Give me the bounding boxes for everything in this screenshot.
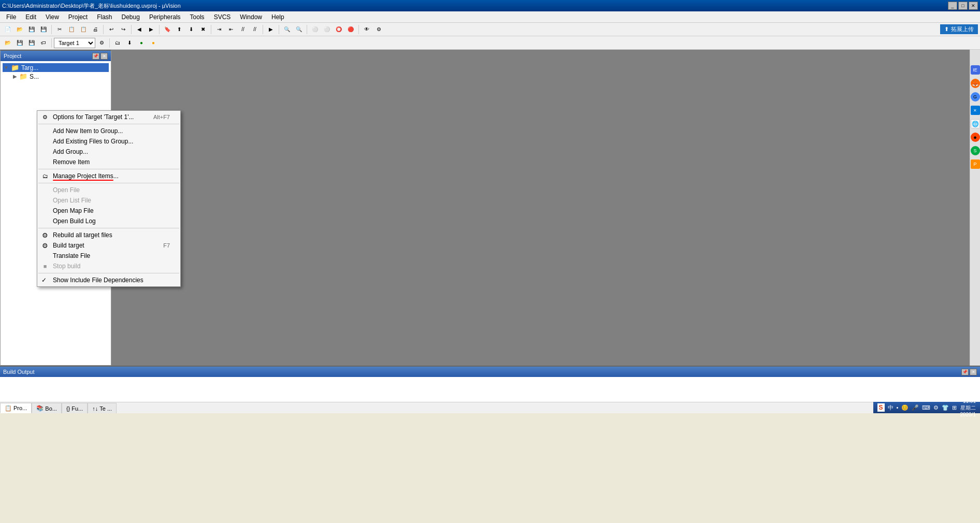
right-icon-2[interactable]: 🦊 [971, 79, 980, 88]
undo-btn[interactable]: ↩ [106, 24, 117, 35]
menu-debug[interactable]: Debug [118, 12, 144, 22]
circle-btn3[interactable]: ⭕ [333, 24, 344, 35]
tab-books[interactable]: 📚 Bo... [32, 403, 62, 413]
right-icon-3[interactable]: G [971, 92, 980, 101]
settings-btn[interactable]: ⚙ [373, 24, 384, 35]
ctx-add-existing[interactable]: Add Existing Files to Group... [37, 136, 180, 147]
build-output-close[interactable]: ✕ [970, 369, 977, 375]
panel-pin-btn[interactable]: 📌 [92, 53, 99, 60]
tray-mic-icon: 🎤 [912, 404, 919, 411]
tb2-orange-btn[interactable]: ● [148, 37, 159, 49]
new-file-btn[interactable]: 📄 [2, 24, 13, 35]
system-tray: S 中 • 😊 🎤 ⌨ ⚙ 👕 ⊞ 11:51 星期二2020/1 [873, 402, 980, 413]
bottom-section: Build Output 📌 ✕ 📋 Pro... 📚 Bo... {} Fu.… [0, 366, 980, 413]
unindent-btn[interactable]: ⇤ [225, 24, 237, 35]
tb2-green-btn[interactable]: ● [136, 37, 147, 49]
tb2-btn2[interactable]: 💾 [14, 37, 25, 49]
right-icon-8[interactable]: P [971, 159, 980, 169]
save-all-btn[interactable]: 💾 [38, 24, 49, 35]
ctx-open-map[interactable]: Open Map File [37, 206, 180, 216]
ctx-manage-project[interactable]: 🗂 Manage Project Items... [37, 171, 180, 181]
ctx-show-include-label: Show Include File Dependencies [53, 277, 143, 284]
open-file-btn[interactable]: 📂 [14, 24, 25, 35]
nav-fwd-btn[interactable]: ▶ [146, 24, 157, 35]
right-icon-4[interactable]: ✕ [971, 106, 980, 115]
tb2-btn1[interactable]: 📂 [2, 37, 13, 49]
ctx-build-target[interactable]: ⚙ Build target F7 [37, 240, 180, 251]
right-icon-5[interactable]: 🌐 [971, 119, 980, 128]
menu-project[interactable]: Project [64, 12, 92, 22]
circle-btn[interactable]: ⚪ [309, 24, 321, 35]
ctx-remove-item[interactable]: Remove Item [37, 157, 180, 167]
upload-btn[interactable]: ⬆ 拓展上传 [940, 24, 978, 34]
tray-settings-icon: ⚙ [933, 404, 939, 411]
maximize-button[interactable]: □ [958, 2, 968, 10]
menu-window[interactable]: Window [236, 12, 266, 22]
tree-item-target[interactable]: ▼ 📁 Targ... [3, 63, 109, 72]
ctx-build-label: Build target [53, 242, 84, 249]
run-btn[interactable]: ▶ [265, 24, 277, 35]
tb2-btn3[interactable]: 💾 [26, 37, 37, 49]
right-icon-1[interactable]: IE [971, 65, 980, 75]
tab-functions[interactable]: {} Fu... [62, 403, 88, 413]
ctx-translate[interactable]: Translate File [37, 251, 180, 261]
panel-close-btn[interactable]: ✕ [100, 53, 108, 60]
circle-btn2[interactable]: ⚪ [321, 24, 333, 35]
ctx-options-icon: ⚙ [40, 112, 50, 122]
ctx-add-new-item[interactable]: Add New Item to Group... [37, 126, 180, 136]
right-icon-6[interactable]: ● [971, 133, 980, 142]
bookmark-next-btn[interactable]: ⬇ [185, 24, 197, 35]
bookmark-btn[interactable]: 🔖 [162, 24, 173, 35]
find-btn[interactable]: 🔍 [281, 24, 293, 35]
tb2-target-btn[interactable]: ⚙ [96, 37, 107, 49]
build-output-controls[interactable]: 📌 ✕ [961, 369, 977, 375]
menu-flash[interactable]: Flash [93, 12, 116, 22]
ctx-add-group[interactable]: Add Group... [37, 147, 180, 157]
tree-item-source[interactable]: ▶ 📁 S... [3, 72, 109, 81]
menu-peripherals[interactable]: Peripherals [145, 12, 185, 22]
panel-title-controls[interactable]: 📌 ✕ [92, 53, 108, 60]
comment-btn[interactable]: // [237, 24, 249, 35]
replace-btn[interactable]: 🔍 [293, 24, 305, 35]
window-controls[interactable]: _ □ ✕ [948, 2, 978, 10]
uncomment-btn[interactable]: // [249, 24, 261, 35]
ctx-show-include[interactable]: ✓ Show Include File Dependencies [37, 275, 180, 285]
ctx-sep5 [38, 273, 179, 273]
menu-file[interactable]: File [2, 12, 20, 22]
menu-view[interactable]: View [41, 12, 63, 22]
ctx-manage-label: Manage Project Items... [53, 172, 119, 180]
minimize-button[interactable]: _ [948, 2, 957, 10]
bookmark-clear-btn[interactable]: ✖ [197, 24, 209, 35]
menu-svcs[interactable]: SVCS [210, 12, 235, 22]
tab-templates[interactable]: ↑↓ Te ... [88, 403, 117, 413]
red-underline-mark [53, 180, 113, 181]
toolbar-1: 📄 📂 💾 💾 ✂ 📋 📋 🖨 ↩ ↪ ◀ ▶ 🔖 ⬆ ⬇ ✖ ⇥ ⇤ // /… [0, 23, 980, 36]
ctx-options-target[interactable]: ⚙ Options for Target 'Target 1'... Alt+F… [37, 112, 180, 122]
close-button[interactable]: ✕ [969, 2, 978, 10]
copy-btn[interactable]: 📋 [66, 24, 77, 35]
tab-project-icon: 📋 [5, 405, 12, 412]
paste-btn[interactable]: 📋 [78, 24, 89, 35]
right-icon-7[interactable]: S [971, 146, 980, 155]
circle-btn4[interactable]: 🔴 [345, 24, 356, 35]
tb2-btn4[interactable]: 🏷 [38, 37, 49, 49]
target-selector[interactable]: Target 1 [54, 38, 95, 48]
ctx-stop-label: Stop build [53, 263, 80, 270]
menu-tools[interactable]: Tools [186, 12, 209, 22]
build-output-pin[interactable]: 📌 [961, 369, 969, 375]
print-btn[interactable]: 🖨 [90, 24, 101, 35]
tab-project[interactable]: 📋 Pro... [0, 403, 32, 413]
ctx-rebuild-all[interactable]: ⚙ Rebuild all target files [37, 230, 180, 240]
menu-help[interactable]: Help [267, 12, 289, 22]
view-btn[interactable]: 👁 [361, 24, 372, 35]
save-btn[interactable]: 💾 [26, 24, 37, 35]
nav-back-btn[interactable]: ◀ [134, 24, 145, 35]
redo-btn[interactable]: ↪ [118, 24, 129, 35]
ctx-open-build-log[interactable]: Open Build Log [37, 216, 180, 226]
indent-btn[interactable]: ⇥ [213, 24, 225, 35]
tb2-manage-btn[interactable]: 🗂 [112, 37, 123, 49]
tb2-load-btn[interactable]: ⬇ [124, 37, 135, 49]
bookmark-prev-btn[interactable]: ⬆ [174, 24, 185, 35]
menu-edit[interactable]: Edit [21, 12, 40, 22]
cut-btn[interactable]: ✂ [54, 24, 65, 35]
